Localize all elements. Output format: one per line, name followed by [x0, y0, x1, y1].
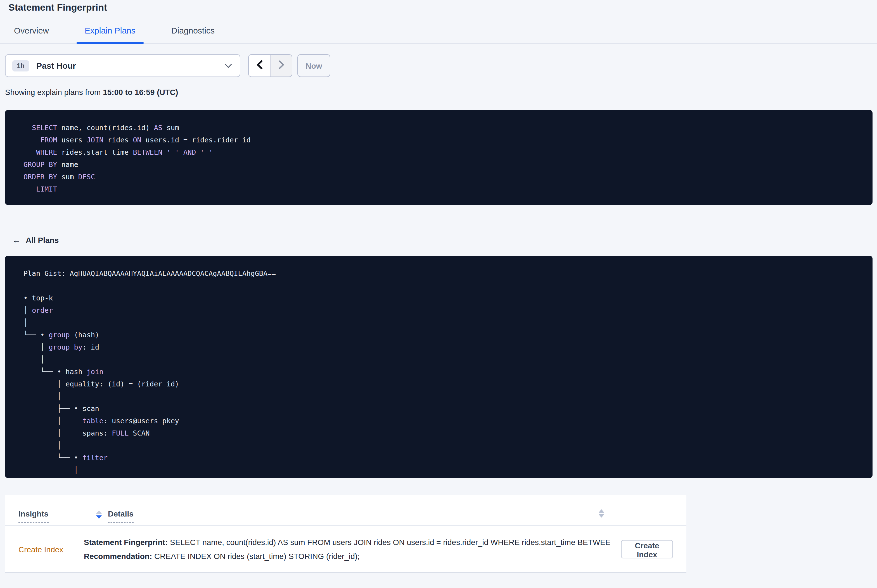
- statement-fingerprint-text: SELECT name, count(rides.id) AS sum FROM…: [168, 537, 610, 546]
- recommendation-line: Recommendation: CREATE INDEX ON rides (s…: [84, 549, 610, 563]
- sort-icon-insights[interactable]: [96, 510, 102, 519]
- statement-fingerprint-line: Statement Fingerprint: SELECT name, coun…: [84, 535, 610, 549]
- chevron-right-icon: [278, 60, 284, 71]
- column-header-details-label: Details: [108, 509, 134, 523]
- plan-gist-code: Plan Gist: AgHUAQIABQAAAAHYAQIAiAEAAAAAD…: [24, 267, 867, 476]
- tab-overview[interactable]: Overview: [14, 25, 49, 43]
- showing-range-prefix: Showing explain plans from: [5, 88, 103, 97]
- tab-diagnostics-label: Diagnostics: [171, 26, 215, 35]
- sort-up-triangle: [599, 509, 604, 513]
- back-arrow-icon: ←: [12, 235, 21, 245]
- sql-statement-block: SELECT name, count(rides.id) AS sum FROM…: [5, 110, 872, 205]
- insights-table: Insights Details Create Index Statement …: [5, 495, 686, 573]
- insight-details-cell: Statement Fingerprint: SELECT name, coun…: [84, 535, 610, 563]
- active-tab-underline: [76, 42, 144, 44]
- prev-interval-button[interactable]: [249, 55, 270, 76]
- plan-gist-block: Plan Gist: AgHUAQIABQAAAAHYAQIAiAEAAAAAD…: [5, 256, 872, 478]
- tab-bar: Overview Explain Plans Diagnostics: [0, 25, 877, 44]
- tab-explain-plans[interactable]: Explain Plans: [85, 25, 135, 43]
- time-interval-select[interactable]: 1h Past Hour: [5, 54, 240, 77]
- chevron-left-icon: [256, 60, 262, 71]
- time-controls-row: 1h Past Hour Now: [5, 54, 872, 77]
- statement-fingerprint-page: Statement Fingerprint Overview Explain P…: [0, 0, 877, 588]
- showing-range-text: Showing explain plans from 15:00 to 16:5…: [5, 87, 877, 98]
- section-divider: [5, 227, 872, 227]
- now-button[interactable]: Now: [297, 54, 330, 77]
- create-index-button[interactable]: Create Index: [621, 540, 673, 558]
- tab-overview-label: Overview: [14, 26, 49, 35]
- page-title: Statement Fingerprint: [0, 0, 877, 13]
- recommendation-text: CREATE INDEX ON rides (start_time) STORI…: [152, 551, 360, 560]
- insight-create-index-link[interactable]: Create Index: [18, 544, 84, 554]
- sort-down-triangle: [599, 514, 604, 518]
- time-interval-badge: 1h: [12, 60, 29, 71]
- statement-fingerprint-label: Statement Fingerprint:: [84, 537, 168, 546]
- time-step-buttons: [248, 54, 292, 77]
- sort-up-triangle: [96, 510, 102, 514]
- column-header-details[interactable]: Details: [108, 509, 134, 523]
- next-interval-button[interactable]: [270, 55, 292, 76]
- sort-down-triangle: [96, 515, 102, 519]
- all-plans-link[interactable]: ← All Plans: [12, 235, 59, 245]
- column-header-insights[interactable]: Insights: [18, 509, 84, 523]
- column-header-insights-label: Insights: [18, 509, 48, 523]
- all-plans-label: All Plans: [26, 235, 59, 245]
- recommendation-label: Recommendation:: [84, 551, 152, 560]
- sql-statement-code: SELECT name, count(rides.id) AS sum FROM…: [24, 122, 867, 195]
- insights-table-header: Insights Details: [5, 495, 686, 526]
- time-interval-label: Past Hour: [36, 61, 76, 70]
- sort-icon-details[interactable]: [599, 509, 604, 518]
- table-row: Create Index Statement Fingerprint: SELE…: [5, 526, 686, 573]
- showing-range-value: 15:00 to 16:59 (UTC): [103, 88, 178, 97]
- chevron-down-icon: [225, 63, 232, 68]
- tab-diagnostics[interactable]: Diagnostics: [171, 25, 215, 43]
- tab-explain-plans-label: Explain Plans: [85, 26, 135, 35]
